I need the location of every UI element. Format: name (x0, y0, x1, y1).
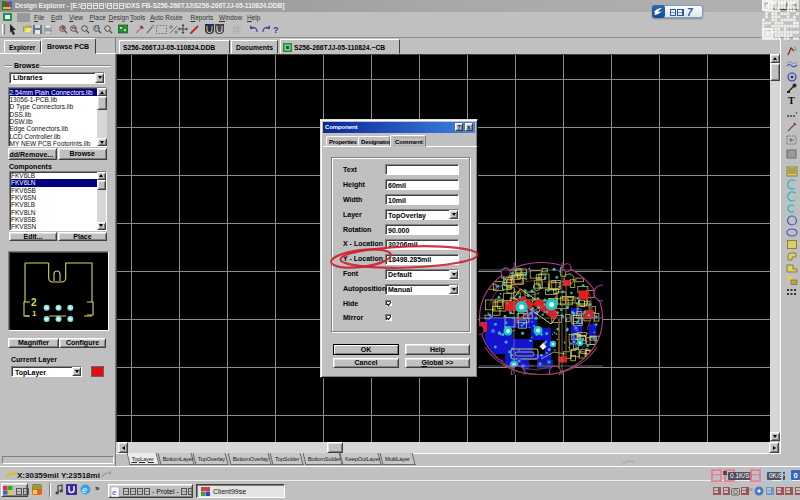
svg-text:e: e (112, 488, 117, 497)
svg-text:1: 1 (32, 309, 37, 318)
svg-text:2: 2 (31, 297, 37, 308)
svg-text:e: e (82, 485, 87, 495)
svg-text:T: T (788, 95, 795, 106)
